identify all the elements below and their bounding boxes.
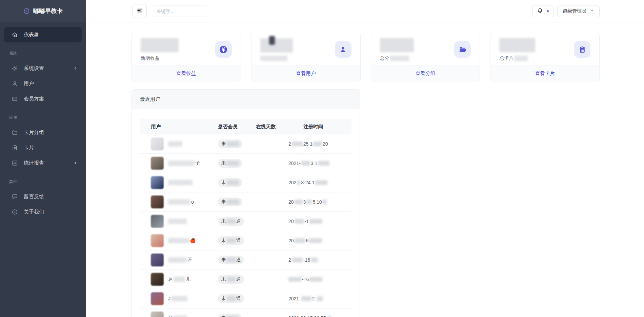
redacted-blur bbox=[168, 141, 182, 147]
redacted-blur bbox=[227, 258, 236, 262]
folder-icon bbox=[12, 129, 18, 136]
member-status-badge: 未 bbox=[218, 198, 242, 206]
table-row: 未通20-1 bbox=[140, 212, 351, 231]
search-input[interactable] bbox=[152, 5, 208, 17]
text-fragment: 3 1 bbox=[311, 161, 317, 166]
redacted-blur bbox=[315, 180, 327, 185]
table-row: 🍎未通206 bbox=[140, 231, 351, 250]
cell-register-time: -16 bbox=[288, 277, 351, 282]
redacted-blur bbox=[318, 161, 329, 166]
text-fragment: J bbox=[168, 296, 170, 301]
stat-card-groups: 总分查看分组 bbox=[371, 33, 480, 81]
nav-section-label: 应用 bbox=[4, 107, 82, 125]
redacted-blur bbox=[174, 315, 187, 317]
member-status-badge: 未 bbox=[218, 159, 242, 168]
text-fragment: 5:10 bbox=[313, 199, 322, 205]
card-action-revenue[interactable]: 查看收益 bbox=[176, 70, 196, 77]
chevron-left-icon bbox=[73, 161, 78, 165]
stat-cards: 新增收益查看收益查看用户总分查看分组总卡片查看卡片 bbox=[132, 33, 600, 81]
avatar bbox=[151, 292, 164, 305]
stat-card-body: 总卡片 bbox=[490, 33, 599, 66]
redaction-smudge bbox=[269, 36, 275, 45]
redacted-blur bbox=[168, 180, 193, 185]
table-row: 未2023-24 1 bbox=[140, 173, 351, 192]
stat-card-label-text: 新增收益 bbox=[141, 55, 160, 61]
member-status-badge: 未通 bbox=[218, 217, 244, 226]
chart-icon bbox=[12, 160, 18, 166]
redacted-blur bbox=[311, 258, 318, 262]
text-fragment: 2 bbox=[288, 141, 291, 147]
chevron-down-icon bbox=[590, 8, 594, 14]
stat-card-info: 总分 bbox=[380, 38, 414, 61]
stat-card-info: 新增收益 bbox=[141, 38, 179, 61]
cell-register-time: 2021-3 1 bbox=[288, 161, 351, 166]
avatar bbox=[151, 254, 164, 266]
stat-card-label: 总卡片 bbox=[499, 55, 535, 61]
sidebar-item-card-groups[interactable]: 卡片分组 bbox=[4, 125, 82, 140]
sidebar-item-label: 关于我们 bbox=[24, 209, 44, 215]
notification-dot bbox=[547, 10, 549, 12]
redacted-blur bbox=[317, 296, 323, 301]
sidebar-item-dashboard[interactable]: 仪表盘 bbox=[4, 27, 82, 42]
text-fragment: 2 bbox=[288, 257, 291, 263]
redacted-blur bbox=[227, 296, 236, 301]
member-status-badge: 未通 bbox=[218, 236, 244, 245]
cell-user bbox=[151, 215, 218, 228]
sidebar-item-cards[interactable]: 卡片 bbox=[4, 140, 82, 155]
clipboard-icon bbox=[12, 145, 18, 151]
cell-member-status: 未通 bbox=[218, 236, 256, 245]
card-icon bbox=[12, 96, 18, 102]
redacted-blur bbox=[171, 296, 187, 301]
sidebar-item-feedback[interactable]: 留言反馈 bbox=[4, 189, 82, 204]
text-fragment: 未 bbox=[221, 199, 226, 205]
redacted-blur bbox=[288, 277, 301, 282]
yen-icon bbox=[215, 41, 232, 58]
table-row: o未2035:10 bbox=[140, 192, 351, 212]
stat-card-value-redacted bbox=[499, 38, 535, 53]
redacted-blur bbox=[295, 200, 303, 204]
redacted-blur bbox=[168, 199, 190, 205]
sidebar-item-users[interactable]: 用户 bbox=[4, 76, 82, 91]
text-fragment: 未 bbox=[221, 296, 226, 302]
user-name-redacted: o bbox=[168, 199, 194, 205]
cell-member-status: 未 bbox=[218, 314, 256, 317]
sidebar-item-stats-reports[interactable]: 统计报告 bbox=[4, 155, 82, 171]
card-action-users[interactable]: 查看用户 bbox=[296, 70, 316, 77]
stat-card-value-redacted bbox=[380, 38, 414, 53]
table-row: 未225 120 bbox=[140, 134, 351, 154]
member-status-badge: 未 bbox=[218, 314, 242, 317]
redacted-blur bbox=[390, 56, 409, 61]
app-title: 嘟嘟早教卡 bbox=[33, 7, 63, 15]
table-header-row: 用户 是否会员 在线天数 注册时间 bbox=[140, 119, 351, 134]
user-name-redacted: 不 bbox=[168, 257, 193, 263]
sidebar-item-label: 系统设置 bbox=[24, 65, 44, 72]
bell-icon bbox=[537, 7, 543, 15]
redacted-blur bbox=[227, 142, 239, 146]
table-row: 逗儿未通-16 bbox=[140, 270, 351, 289]
redacted-blur bbox=[260, 56, 287, 61]
cell-member-status: 未 bbox=[218, 159, 256, 168]
recent-users-panel: 最近用户 用户 是否会员 在线天数 注册时间 未225 120子未2021-3 … bbox=[132, 89, 360, 317]
text-fragment: 未 bbox=[221, 315, 226, 317]
stat-card-body: 新增收益 bbox=[132, 33, 241, 66]
sidebar-item-about-us[interactable]: 关于我们 bbox=[4, 204, 82, 220]
card-action-groups[interactable]: 查看分组 bbox=[416, 70, 435, 77]
info-icon bbox=[12, 209, 18, 215]
sidebar-item-member-plans[interactable]: 会员方案 bbox=[4, 91, 82, 107]
user-name-redacted: 逗儿 bbox=[168, 276, 190, 282]
admin-dropdown-button[interactable]: 超级管理员 bbox=[557, 5, 600, 17]
cell-member-status: 未通 bbox=[218, 294, 256, 303]
redacted-blur bbox=[328, 316, 331, 317]
sidebar-item-label: 卡片分组 bbox=[24, 129, 44, 136]
text-fragment: -16 bbox=[302, 277, 309, 282]
text-fragment: 不 bbox=[188, 257, 193, 263]
cell-member-status: 未 bbox=[218, 139, 256, 148]
stat-card-value-redacted bbox=[141, 38, 179, 53]
card-action-cards[interactable]: 查看卡片 bbox=[535, 70, 555, 77]
sidebar-item-system-settings[interactable]: 系统设置 bbox=[4, 61, 82, 76]
cell-member-status: 未 bbox=[218, 178, 256, 187]
menu-collapse-button[interactable] bbox=[133, 4, 147, 18]
redacted-blur bbox=[295, 238, 305, 243]
sidebar-item-label: 用户 bbox=[24, 80, 34, 87]
notifications-button[interactable] bbox=[532, 5, 554, 17]
